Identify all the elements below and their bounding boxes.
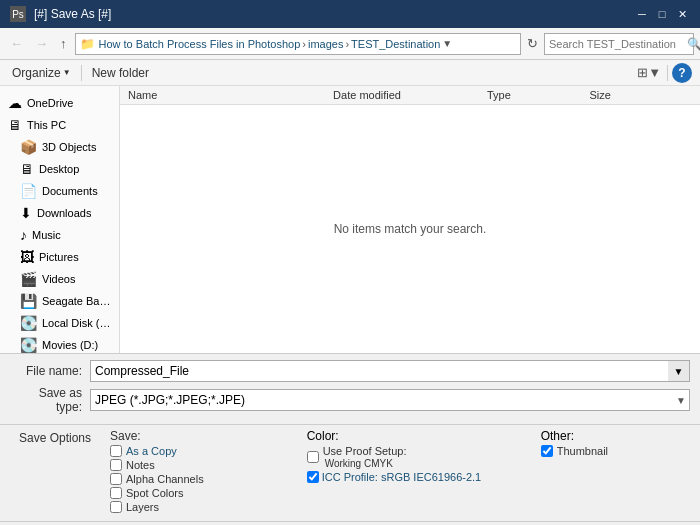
column-size[interactable]: Size xyxy=(589,89,692,101)
as-copy-checkbox[interactable] xyxy=(110,445,122,457)
alpha-label[interactable]: Alpha Channels xyxy=(126,473,204,485)
seagate-icon: 💾 xyxy=(20,293,37,309)
column-name[interactable]: Name xyxy=(128,89,333,101)
toolbar-separator-2 xyxy=(667,65,668,81)
videos-icon: 🎬 xyxy=(20,271,37,287)
notes-checkbox[interactable] xyxy=(110,459,122,471)
sidebar-label-localc: Local Disk (C:) xyxy=(42,317,111,329)
sidebar-label-pictures: Pictures xyxy=(39,251,79,263)
organize-button[interactable]: Organize ▼ xyxy=(8,64,75,82)
notes-row: Notes xyxy=(110,459,297,471)
column-type[interactable]: Type xyxy=(487,89,590,101)
view-button[interactable]: ⊞▼ xyxy=(635,63,663,82)
sidebar-label-downloads: Downloads xyxy=(37,207,91,219)
column-date[interactable]: Date modified xyxy=(333,89,487,101)
toolbar-separator xyxy=(81,65,82,81)
savetype-row: Save as type: JPEG (*.JPG;*.JPEG;*.JPE) … xyxy=(10,386,690,414)
search-icon: 🔍 xyxy=(687,37,700,51)
documents-icon: 📄 xyxy=(20,183,37,199)
filename-row: File name: ▼ xyxy=(10,360,690,382)
address-bar: ← → ↑ 📁 How to Batch Process Files in Ph… xyxy=(0,28,700,60)
form-area: File name: ▼ Save as type: JPEG (*.JPG;*… xyxy=(0,354,700,425)
3dobjects-icon: 📦 xyxy=(20,139,37,155)
sidebar-item-moviesd[interactable]: 💽 Movies (D:) xyxy=(0,334,119,353)
sidebar-item-3dobjects[interactable]: 📦 3D Objects xyxy=(0,136,119,158)
sidebar-item-documents[interactable]: 📄 Documents xyxy=(0,180,119,202)
up-button[interactable]: ↑ xyxy=(56,34,71,53)
thumbnail-checkbox[interactable] xyxy=(541,445,553,457)
sidebar-item-onedrive[interactable]: ☁ OneDrive xyxy=(0,92,119,114)
new-folder-label: New folder xyxy=(92,66,149,80)
back-button[interactable]: ← xyxy=(6,34,27,53)
icc-checkbox[interactable] xyxy=(307,471,319,483)
spotcolors-label[interactable]: Spot Colors xyxy=(126,487,183,499)
refresh-button[interactable]: ↻ xyxy=(525,34,540,53)
layers-checkbox[interactable] xyxy=(110,501,122,513)
organize-arrow: ▼ xyxy=(63,68,71,77)
useproof-checkbox[interactable] xyxy=(307,451,319,463)
file-list-body: No items match your search. xyxy=(120,105,700,353)
folder-icon: 📁 xyxy=(80,37,95,51)
maximize-button[interactable]: □ xyxy=(654,6,670,22)
spotcolors-row: Spot Colors xyxy=(110,487,297,499)
help-button[interactable]: ? xyxy=(672,63,692,83)
search-input[interactable] xyxy=(549,38,687,50)
breadcrumb-item-3[interactable]: TEST_Destination xyxy=(351,38,440,50)
sidebar-label-videos: Videos xyxy=(42,273,75,285)
sidebar-label-desktop: Desktop xyxy=(39,163,79,175)
new-folder-button[interactable]: New folder xyxy=(88,64,153,82)
moviesd-icon: 💽 xyxy=(20,337,37,353)
sidebar-label-moviesd: Movies (D:) xyxy=(42,339,98,351)
localc-icon: 💽 xyxy=(20,315,37,331)
alpha-checkbox[interactable] xyxy=(110,473,122,485)
layers-label[interactable]: Layers xyxy=(126,501,159,513)
filename-label: File name: xyxy=(10,364,90,378)
thispc-icon: 🖥 xyxy=(8,117,22,133)
as-copy-label[interactable]: As a Copy xyxy=(126,445,177,457)
sidebar-item-downloads[interactable]: ⬇ Downloads xyxy=(0,202,119,224)
sidebar-item-music[interactable]: ♪ Music xyxy=(0,224,119,246)
savetype-select[interactable]: JPEG (*.JPG;*.JPEG;*.JPE) xyxy=(90,389,690,411)
save-options-area: Save Options Save: As a Copy Notes Alpha… xyxy=(0,425,700,522)
sidebar-item-pictures[interactable]: 🖼 Pictures xyxy=(0,246,119,268)
useproof-row: Use Proof Setup: Working CMYK xyxy=(307,445,531,469)
app-icon: Ps xyxy=(10,6,26,22)
alpha-row: Alpha Channels xyxy=(110,473,297,485)
sidebar-item-desktop[interactable]: 🖥 Desktop xyxy=(0,158,119,180)
notes-label[interactable]: Notes xyxy=(126,459,155,471)
title-bar: Ps [#] Save As [#] ─ □ ✕ xyxy=(0,0,700,28)
sidebar-label-3dobjects: 3D Objects xyxy=(42,141,96,153)
useproof-label: Use Proof Setup: Working CMYK xyxy=(323,445,407,469)
breadcrumb-bar[interactable]: 📁 How to Batch Process Files in Photosho… xyxy=(75,33,522,55)
spotcolors-checkbox[interactable] xyxy=(110,487,122,499)
search-box[interactable]: 🔍 xyxy=(544,33,694,55)
sidebar-item-localc[interactable]: 💽 Local Disk (C:) xyxy=(0,312,119,334)
breadcrumb-item-1[interactable]: How to Batch Process Files in Photoshop xyxy=(99,38,301,50)
toolbar: Organize ▼ New folder ⊞▼ ? xyxy=(0,60,700,86)
as-copy-row: As a Copy xyxy=(110,445,297,457)
main-content: ☁ OneDrive 🖥 This PC 📦 3D Objects 🖥 Desk… xyxy=(0,86,700,354)
sidebar-label-thispc: This PC xyxy=(27,119,66,131)
icc-row: ICC Profile: sRGB IEC61966-2.1 xyxy=(307,471,531,483)
sidebar-label-music: Music xyxy=(32,229,61,241)
color-column: Color: Use Proof Setup: Working CMYK ICC… xyxy=(307,429,531,485)
minimize-button[interactable]: ─ xyxy=(634,6,650,22)
icc-label[interactable]: ICC Profile: sRGB IEC61966-2.1 xyxy=(322,471,482,483)
sidebar-item-videos[interactable]: 🎬 Videos xyxy=(0,268,119,290)
other-header: Other: xyxy=(541,429,690,443)
file-list-header: Name Date modified Type Size xyxy=(120,86,700,105)
thumbnail-label[interactable]: Thumbnail xyxy=(557,445,608,457)
filename-input[interactable] xyxy=(90,360,690,382)
music-icon: ♪ xyxy=(20,227,27,243)
sidebar-item-thispc[interactable]: 🖥 This PC xyxy=(0,114,119,136)
breadcrumb-item-2[interactable]: images xyxy=(308,38,343,50)
breadcrumb-dropdown-button[interactable]: ▼ xyxy=(442,38,452,49)
sidebar-item-seagate[interactable]: 💾 Seagate Backup xyxy=(0,290,119,312)
organize-label: Organize xyxy=(12,66,61,80)
close-button[interactable]: ✕ xyxy=(674,6,690,22)
savetype-label: Save as type: xyxy=(10,386,90,414)
filename-dropdown-button[interactable]: ▼ xyxy=(668,360,690,382)
forward-button[interactable]: → xyxy=(31,34,52,53)
save-column: Save: As a Copy Notes Alpha Channels Spo… xyxy=(110,429,297,515)
empty-message: No items match your search. xyxy=(334,222,487,236)
